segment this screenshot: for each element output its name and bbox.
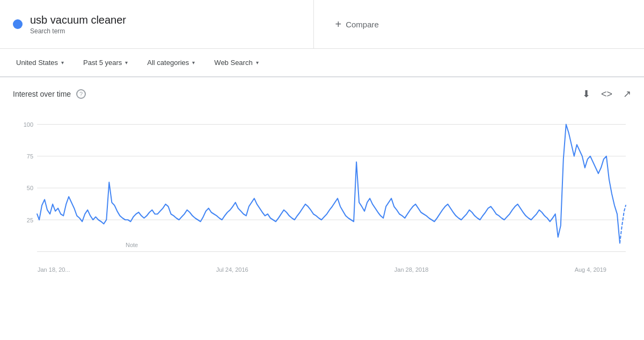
x-axis-labels: Jan 18, 20... Jul 24, 2016 Jan 28, 2018 … [13, 263, 631, 273]
x-label-1: Jan 18, 20... [38, 266, 70, 273]
search-type-label: Web Search [214, 59, 252, 67]
chart-section: Interest over time ? ⬇ <> ↗ 100 75 50 25 [0, 77, 644, 284]
category-chevron: ▾ [192, 60, 195, 66]
chart-note: Note [126, 242, 138, 248]
term-text: usb vacuum cleaner Search term [30, 14, 126, 35]
filters-bar: United States ▾ Past 5 years ▾ All categ… [0, 49, 644, 77]
time-range-filter[interactable]: Past 5 years ▾ [78, 55, 133, 70]
header: usb vacuum cleaner Search term + Compare [0, 0, 644, 49]
chart-area: 100 75 50 25 Note [13, 113, 631, 263]
chart-header: Interest over time ? ⬇ <> ↗ [13, 88, 631, 100]
share-icon[interactable]: ↗ [623, 88, 631, 100]
x-label-2: Jul 24, 2016 [216, 266, 248, 273]
svg-text:50: 50 [27, 185, 33, 191]
region-filter[interactable]: United States ▾ [11, 55, 69, 70]
x-label-4: Aug 4, 2019 [575, 266, 606, 273]
help-icon[interactable]: ? [76, 89, 86, 99]
category-label: All categories [147, 59, 189, 67]
svg-text:25: 25 [27, 216, 33, 223]
compare-button[interactable]: + Compare [335, 18, 379, 31]
term-color-dot [13, 19, 23, 29]
compare-section: + Compare [314, 8, 645, 41]
search-type-filter[interactable]: Web Search ▾ [209, 55, 264, 70]
download-icon[interactable]: ⬇ [582, 88, 590, 100]
svg-text:100: 100 [24, 121, 33, 127]
search-term-section: usb vacuum cleaner Search term [0, 0, 314, 48]
compare-label: Compare [346, 20, 379, 29]
svg-text:75: 75 [27, 153, 33, 160]
chart-title: Interest over time [13, 90, 71, 98]
search-type-chevron: ▾ [256, 60, 259, 66]
compare-plus-icon: + [335, 18, 342, 31]
x-label-3: Jan 28, 2018 [394, 266, 429, 273]
chart-svg: 100 75 50 25 [13, 113, 631, 263]
chart-actions: ⬇ <> ↗ [582, 88, 631, 100]
chart-title-group: Interest over time ? [13, 89, 86, 99]
category-filter[interactable]: All categories ▾ [142, 55, 200, 70]
region-label: United States [16, 59, 58, 67]
embed-icon[interactable]: <> [601, 89, 612, 100]
region-chevron: ▾ [61, 60, 64, 66]
search-term-title: usb vacuum cleaner [30, 14, 126, 26]
time-range-chevron: ▾ [125, 60, 128, 66]
search-term-type: Search term [30, 27, 126, 35]
time-range-label: Past 5 years [83, 59, 122, 67]
